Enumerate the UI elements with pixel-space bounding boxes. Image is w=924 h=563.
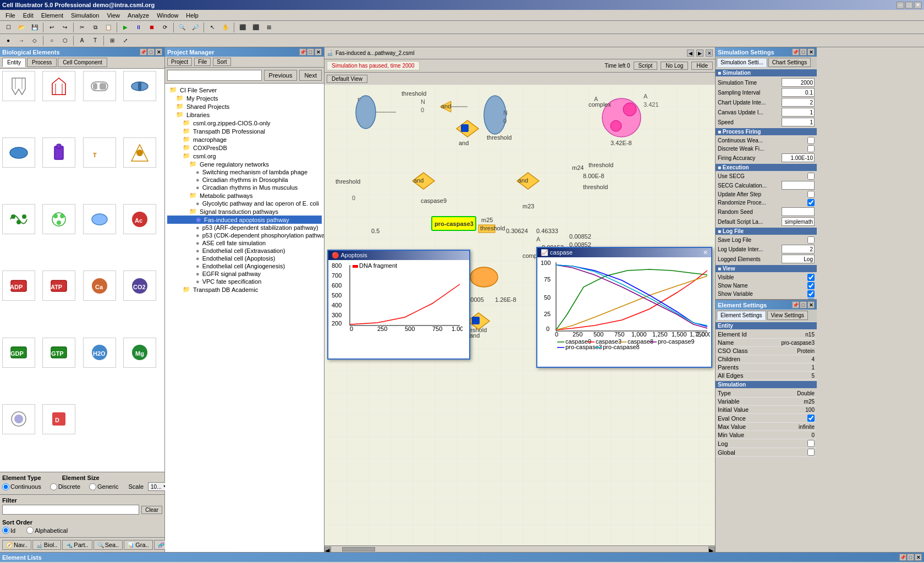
menu-element[interactable]: Element [38,11,67,20]
tree-item[interactable]: 📁Transpath DB Professional [167,127,322,135]
scroll-thumb[interactable] [342,547,375,551]
bio-item-18[interactable]: GTP [42,338,75,368]
bio-item-7[interactable]: T [83,137,116,168]
bio-item-13[interactable]: ADP [2,271,35,301]
ss-close[interactable]: ✕ [807,48,815,56]
bio-item-5[interactable] [2,137,35,168]
bio-item-17[interactable]: GDP [2,338,35,368]
tab-cell-component[interactable]: Cell Component [58,58,107,67]
pm-pin[interactable]: 📌 [299,48,306,56]
show-name-check[interactable] [807,282,815,289]
tree-item[interactable]: 📁COXPresDB [167,143,322,152]
radio-discrete[interactable]: Discrete [50,483,80,490]
sim-stop-btn[interactable]: ⏹ [146,22,158,33]
zoom-in-btn[interactable]: 🔍 [176,22,188,33]
sort-id[interactable]: Id [2,527,15,534]
pm-menu-file[interactable]: File [194,58,211,66]
tree-item[interactable]: ◉Fas-induced apoptosis pathway [167,216,322,224]
pm-search-input[interactable] [167,70,262,81]
tree-item[interactable]: ●Endothelial cell (Angiogenesis) [167,262,322,270]
es-tab-elem[interactable]: Element Settings [717,311,766,320]
radio-continuous[interactable]: Continuous [2,483,41,490]
tree-item[interactable]: ●p53 (CDK-dependent phosphorylation path… [167,231,322,239]
random-seed-input[interactable] [782,207,815,216]
bio-item-15[interactable]: Ca [83,271,116,301]
sea-btn[interactable]: 🔍 Sea.. [94,540,123,550]
menu-help[interactable]: Help [183,11,202,20]
select-btn[interactable]: ↖ [206,22,218,33]
zoom-out-btn[interactable]: 🔎 [189,22,201,33]
tree-item[interactable]: 📁csml.org [167,152,322,160]
bp-pin[interactable]: 📌 [899,554,906,561]
visible-check[interactable] [807,274,815,281]
randomize-check[interactable] [807,199,815,206]
menu-window[interactable]: Window [153,11,182,20]
bio-item-20[interactable]: Mg [123,338,156,368]
tree-item[interactable]: ●Circadian rhythms in Drosophila [167,176,322,184]
update-after-check[interactable] [807,191,815,198]
tree-item[interactable]: ●Glycolytic pathway and lac operon of E.… [167,200,322,207]
tab-entity[interactable]: Entity [2,58,26,67]
sim-pause-btn[interactable]: ⏸ [133,22,145,33]
tree-item[interactable]: ●Endothelial cell (Apoptosis) [167,255,322,262]
cut-btn[interactable]: ✂ [76,22,88,33]
bio-item-4[interactable] [123,71,156,101]
bio-item-8[interactable] [123,137,156,168]
es-tab-view[interactable]: View Settings [767,311,808,320]
es-close[interactable]: ✕ [807,301,815,308]
sim-section-view[interactable]: ■ View [716,265,817,272]
pm-float[interactable]: □ [307,48,314,56]
menu-simulation[interactable]: Simulation [68,11,102,20]
tree-item[interactable]: ●Switching mechanism of lambda phage [167,168,322,176]
cont-weak-check[interactable] [807,137,815,144]
gra-btn[interactable]: 📊 Gra.. [124,540,152,550]
secg-calc-input[interactable] [782,181,815,190]
sim-section-process[interactable]: ■ Process Firing [716,128,817,135]
tree-item[interactable]: 📁Shared Projects [167,102,322,111]
menu-view[interactable]: View [103,11,123,20]
tree-item[interactable]: 📁Libraries [167,111,322,119]
maximize-btn[interactable]: □ [905,2,913,9]
ss-pin[interactable]: 📌 [792,48,799,56]
entity-btn[interactable]: ○ [46,35,58,46]
copy-btn[interactable]: ⧉ [89,22,101,33]
canvas-close[interactable]: ✕ [706,49,713,57]
chart-update-input[interactable] [782,98,815,107]
save-btn[interactable]: 💾 [29,22,41,33]
align-center-btn[interactable]: ⬛ [250,22,262,33]
tree-item[interactable]: ●Circadian rhythms in Mus musculus [167,184,322,191]
sim-reset-btn[interactable]: ⟳ [159,22,171,33]
es-log-check[interactable] [807,440,815,447]
close-btn[interactable]: ✕ [914,2,922,9]
tree-item[interactable]: 📁Gene regulatory networks [167,160,322,168]
save-log-check[interactable] [807,236,815,244]
undo-btn[interactable]: ↩ [46,22,58,33]
sim-tab-simulation[interactable]: Simulation Setti... [717,58,767,67]
filter-input[interactable] [2,505,139,515]
bio-item-6[interactable] [42,137,75,168]
default-view-btn[interactable]: Default View [327,75,367,83]
show-var-check[interactable] [807,290,815,297]
caspase-chart-close[interactable]: ✕ [703,249,708,256]
radio-generic[interactable]: Generic [89,483,119,490]
canvas-nav-right[interactable]: ▶ [696,49,703,57]
route-btn[interactable]: ⤢ [119,35,131,46]
disc-weak-check[interactable] [807,145,815,152]
sim-tab-chart[interactable]: Chart Settings [768,58,811,67]
bio-item-14[interactable]: ATP [42,271,75,301]
node-btn[interactable]: ● [2,35,14,46]
text-btn[interactable]: T [89,35,101,46]
es-global-check[interactable] [807,449,815,456]
bio-item-22[interactable]: D [42,404,75,434]
align-left-btn[interactable]: ⬛ [237,22,249,33]
edge-btn[interactable]: → [15,35,28,46]
tab-process[interactable]: Process [27,58,57,67]
logged-elem-input[interactable] [782,255,815,263]
tree-item[interactable]: ●ASE cell fate simulation [167,239,322,247]
bio-item-10[interactable] [42,204,75,234]
sampling-input[interactable] [782,88,815,97]
bio-item-3[interactable] [83,71,116,101]
tree-item[interactable]: ●Endothelial cell (Extravasation) [167,247,322,255]
paste-btn[interactable]: 📋 [102,22,114,33]
new-btn[interactable]: ☐ [2,22,14,33]
